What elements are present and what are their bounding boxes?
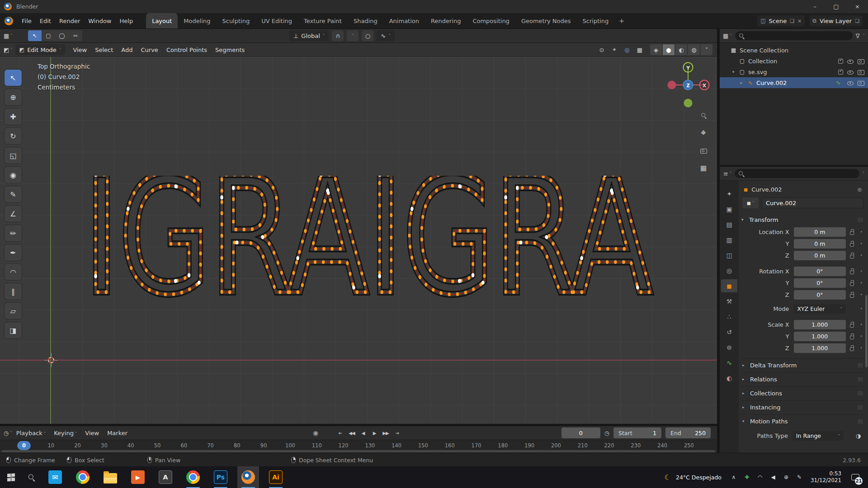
menu-window[interactable]: Window bbox=[84, 16, 115, 26]
taskbar-blender[interactable] bbox=[237, 466, 259, 488]
add-workspace-button[interactable]: + bbox=[614, 15, 629, 26]
tab-texture-paint[interactable]: Texture Paint bbox=[298, 13, 348, 28]
zoom-button[interactable] bbox=[697, 108, 710, 122]
network-icon[interactable]: ⊕ bbox=[782, 474, 791, 480]
animate-decorator[interactable]: • bbox=[858, 293, 864, 297]
tool-annotate[interactable]: ✎ bbox=[5, 186, 22, 202]
exclude-checkbox[interactable] bbox=[838, 59, 843, 64]
axis-negative-x-ball[interactable] bbox=[668, 81, 676, 89]
animate-decorator[interactable]: • bbox=[858, 253, 864, 258]
start-button[interactable] bbox=[0, 466, 22, 488]
prop-value-field[interactable]: XYZ Euler bbox=[793, 304, 846, 314]
next-keyframe-button[interactable]: ▶▶ bbox=[381, 428, 391, 438]
axis-negative-y-ball[interactable] bbox=[684, 99, 693, 108]
axis-x-ball[interactable]: X bbox=[699, 80, 710, 90]
tool-rotate[interactable]: ↻ bbox=[5, 128, 22, 144]
tab-sculpting[interactable]: Sculpting bbox=[216, 13, 255, 28]
tab-modifiers[interactable]: ⚒ bbox=[721, 295, 737, 308]
outliner-row-scene-collection[interactable]: ▦ Scene Collection ∿ bbox=[720, 45, 868, 56]
playhead[interactable]: 0 bbox=[17, 441, 31, 450]
disable-in-render-icon[interactable] bbox=[858, 70, 864, 75]
vp-menu-control-points[interactable]: Control Points bbox=[162, 45, 211, 55]
tab-material[interactable]: ◐ bbox=[721, 371, 737, 385]
animate-decorator[interactable]: • bbox=[858, 346, 864, 350]
tool-draw-curve[interactable]: ✏ bbox=[5, 225, 22, 241]
animate-decorator[interactable]: • bbox=[858, 230, 864, 234]
hide-in-viewport-icon[interactable] bbox=[847, 58, 854, 64]
vp-menu-curve[interactable]: Curve bbox=[137, 45, 162, 55]
taskbar-adobe[interactable]: A bbox=[155, 466, 176, 488]
menu-file[interactable]: File bbox=[18, 16, 36, 26]
tab-animation[interactable]: Animation bbox=[383, 13, 425, 28]
prop-value-field[interactable]: 0 m bbox=[794, 227, 846, 237]
pen-icon[interactable]: ✎ bbox=[795, 474, 804, 480]
moon-weather-icon[interactable]: ☾ bbox=[665, 473, 671, 482]
taskbar-photoshop[interactable]: Ps bbox=[210, 466, 231, 488]
tab-particles[interactable]: ∴ bbox=[721, 310, 737, 323]
prop-value-field[interactable]: 1.000 bbox=[794, 320, 846, 329]
scene-selector[interactable]: ◫ Scene ❏ × bbox=[757, 15, 805, 26]
new-scene-icon[interactable]: ❏ bbox=[790, 18, 794, 24]
timeline-editor-button[interactable]: ◷˅ bbox=[4, 430, 12, 436]
tl-menu-marker[interactable]: Marker bbox=[103, 428, 132, 438]
tab-layout[interactable]: Layout bbox=[146, 13, 178, 28]
editor-type-button[interactable]: ▦˅ bbox=[4, 33, 13, 39]
taskbar-search-button[interactable] bbox=[22, 466, 41, 488]
overlays-dropdown[interactable]: ◎ bbox=[621, 44, 633, 55]
shading-material[interactable]: ◐ bbox=[675, 44, 687, 55]
select-mode-circle[interactable]: ◯ bbox=[55, 30, 69, 41]
chevron-up-icon[interactable]: ∧ bbox=[729, 474, 738, 480]
vp-menu-add[interactable]: Add bbox=[117, 45, 137, 55]
tab-uv-editing[interactable]: UV Editing bbox=[255, 13, 298, 28]
lock-toggle[interactable] bbox=[846, 253, 858, 258]
prop-value-field[interactable]: 1.000 bbox=[794, 343, 846, 353]
play-button[interactable]: ▶ bbox=[369, 428, 379, 438]
chevron-down-icon[interactable]: ˅ bbox=[863, 171, 865, 176]
tool-cursor[interactable]: ⊕ bbox=[5, 89, 22, 105]
navigation-gizmo[interactable]: Y Z X bbox=[665, 61, 711, 110]
prop-value-field[interactable]: 1.000 bbox=[794, 332, 846, 341]
animate-decorator[interactable]: • bbox=[858, 323, 864, 327]
tab-world[interactable]: ◎ bbox=[721, 264, 737, 277]
properties-editor-button[interactable]: ≡˅ bbox=[723, 170, 731, 177]
taskbar-media[interactable] bbox=[127, 466, 149, 488]
minimize-button[interactable]: – bbox=[804, 0, 826, 13]
select-mode-tweak[interactable]: ↖ bbox=[28, 30, 42, 41]
select-mode-box[interactable]: ▢ bbox=[42, 30, 55, 41]
tl-menu-playback[interactable]: Playback bbox=[12, 428, 50, 438]
shading-dropdown[interactable]: ˅ bbox=[701, 44, 712, 55]
notification-center-button[interactable]: 21 bbox=[846, 466, 864, 488]
curve-object[interactable]: IGRAIGRA bbox=[80, 176, 659, 320]
prop-value-field[interactable]: 0° bbox=[794, 278, 846, 288]
properties-scrollbar[interactable] bbox=[865, 295, 868, 367]
jump-to-start-button[interactable]: ⇤ bbox=[335, 428, 345, 438]
tool-pen[interactable]: ✒ bbox=[5, 244, 22, 261]
paths-type-dropdown[interactable]: In Range bbox=[793, 431, 844, 441]
taskbar-explorer[interactable] bbox=[99, 466, 121, 488]
unlink-scene-icon[interactable]: × bbox=[797, 18, 802, 24]
vp-menu-select[interactable]: Select bbox=[91, 45, 117, 55]
wifi-icon[interactable]: ◠ bbox=[755, 474, 764, 480]
tab-shading[interactable]: Shading bbox=[348, 13, 383, 28]
defender-shield-icon[interactable]: ✚ bbox=[742, 474, 751, 480]
prop-value-field[interactable]: 0 m bbox=[794, 251, 846, 260]
tab-view-layer[interactable]: ▥ bbox=[721, 233, 737, 246]
taskbar-illustrator[interactable]: Ai bbox=[265, 466, 287, 488]
timeline-ruler[interactable]: 0102030405060708090100110120130140150160… bbox=[0, 440, 717, 450]
shading-wireframe[interactable]: ◈ bbox=[650, 44, 662, 55]
tool-tilt[interactable]: ∥ bbox=[5, 283, 22, 300]
disable-in-render-icon[interactable] bbox=[858, 80, 864, 85]
tl-menu-view[interactable]: View bbox=[81, 428, 103, 438]
menu-help[interactable]: Help bbox=[116, 16, 137, 26]
animate-decorator[interactable]: • bbox=[858, 334, 864, 338]
tab-scene[interactable]: ◫ bbox=[721, 249, 737, 262]
blender-menu-icon[interactable] bbox=[5, 17, 13, 25]
tool-curve-arc[interactable]: ◠ bbox=[5, 264, 22, 280]
id-type-button[interactable]: ◼˅ bbox=[742, 197, 759, 208]
tab-object[interactable]: ◼ bbox=[721, 279, 737, 292]
camera-view-button[interactable] bbox=[697, 144, 710, 157]
exclude-checkbox[interactable] bbox=[838, 70, 843, 75]
current-frame-field[interactable]: 0 bbox=[561, 427, 600, 438]
tab-render[interactable]: ▣ bbox=[721, 202, 737, 216]
tab-tool[interactable]: ✦ bbox=[721, 187, 737, 200]
